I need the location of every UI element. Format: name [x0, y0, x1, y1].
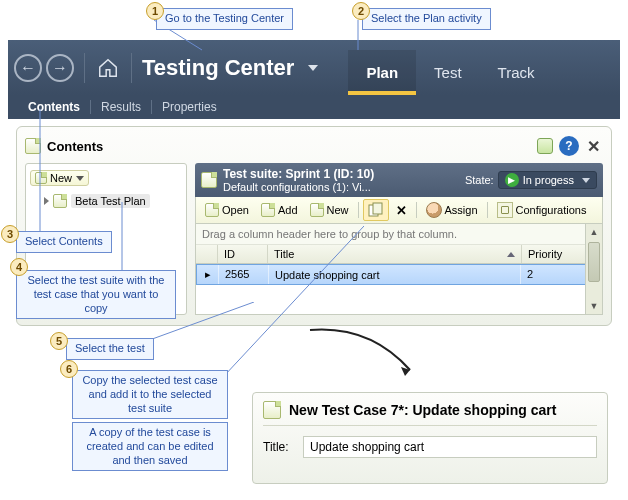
open-button[interactable]: Open [200, 200, 254, 220]
scroll-thumb[interactable] [588, 242, 600, 282]
contents-icon [25, 138, 41, 154]
copy-icon [368, 202, 384, 218]
step-badge-4: 4 [10, 258, 28, 276]
state-dropdown[interactable]: ▶ In progess [498, 171, 597, 189]
panel-header: Contents ? ✕ [25, 133, 603, 159]
suite-title: Test suite: Sprint 1 (ID: 10) [223, 167, 465, 181]
group-hint[interactable]: Drag a column header here to group by th… [196, 224, 602, 245]
home-button[interactable] [95, 55, 121, 81]
tree-new-button[interactable]: New [30, 170, 89, 186]
grid-header: ID Title Priority [196, 245, 602, 264]
test-case-grid: Drag a column header here to group by th… [195, 224, 603, 315]
scroll-down-icon[interactable]: ▼ [586, 298, 602, 314]
col-id[interactable]: ID [218, 245, 268, 263]
test-case-icon [263, 401, 281, 419]
assign-button[interactable]: Assign [421, 199, 483, 221]
tree-new-label: New [50, 172, 72, 184]
callout-3: Select Contents [16, 231, 112, 253]
cell-id: 2565 [219, 265, 269, 284]
copy-button[interactable] [363, 199, 389, 221]
back-button[interactable]: ← [14, 54, 42, 82]
state-value: In progess [523, 174, 574, 186]
tab-plan[interactable]: Plan [348, 50, 416, 95]
row-selector[interactable]: ▸ [197, 265, 219, 284]
step-badge-3: 3 [1, 225, 19, 243]
configurations-button[interactable]: Configurations [492, 199, 592, 221]
callout-7: A copy of the test case is created and c… [72, 422, 228, 471]
suite-header: Test suite: Sprint 1 (ID: 10) Default co… [195, 163, 603, 197]
suite-grid-area: Test suite: Sprint 1 (ID: 10) Default co… [195, 163, 603, 315]
col-title[interactable]: Title [268, 245, 522, 263]
cell-title: Update shopping cart [269, 265, 521, 284]
title-input[interactable]: Update shopping cart [303, 436, 597, 458]
grid-toolbar: Open Add New ✕ Assign Configurations [195, 197, 603, 224]
tree-item-beta-test-plan[interactable]: Beta Test Plan [30, 192, 182, 210]
ribbon: ← → Testing Center Plan Test Track [8, 40, 620, 95]
state-label: State: [465, 174, 494, 186]
tab-track[interactable]: Track [480, 50, 553, 95]
tree-expand-icon[interactable] [44, 197, 49, 205]
config-icon [497, 202, 513, 218]
subtab-contents[interactable]: Contents [18, 96, 90, 118]
callout-2: Select the Plan activity [362, 8, 491, 30]
suite-icon [201, 172, 217, 188]
callout-1: Go to the Testing Center [156, 8, 293, 30]
scroll-up-icon[interactable]: ▲ [586, 224, 602, 240]
step-badge-2: 2 [352, 2, 370, 20]
subtab-results[interactable]: Results [91, 96, 151, 118]
chevron-down-icon [76, 176, 84, 181]
app-title[interactable]: Testing Center [142, 55, 294, 81]
refresh-button[interactable] [535, 136, 555, 156]
suite-subtitle: Default configurations (1): Vi... [223, 181, 465, 193]
tab-test[interactable]: Test [416, 50, 480, 95]
main-tab-strip: Plan Test Track [348, 40, 552, 95]
svg-rect-3 [373, 203, 382, 214]
new-icon [35, 172, 47, 184]
sort-asc-icon [507, 252, 515, 257]
chevron-down-icon [582, 178, 590, 183]
app-title-dropdown-icon[interactable] [308, 65, 318, 71]
tree-item-label: Beta Test Plan [71, 194, 150, 208]
divider [131, 53, 132, 83]
vertical-scrollbar[interactable]: ▲ ▼ [585, 224, 602, 314]
add-icon [261, 203, 275, 217]
play-icon: ▶ [505, 173, 519, 187]
new-icon [310, 203, 324, 217]
callout-4: Select the test suite with the test case… [16, 270, 176, 319]
new-button[interactable]: New [305, 200, 354, 220]
open-icon [205, 203, 219, 217]
close-button[interactable]: ✕ [583, 136, 603, 156]
help-button[interactable]: ? [559, 136, 579, 156]
assign-icon [426, 202, 442, 218]
new-test-case-panel: New Test Case 7*: Update shopping cart T… [252, 392, 608, 484]
row-handle-header[interactable] [196, 245, 218, 263]
subtab-properties[interactable]: Properties [152, 96, 227, 118]
flow-arrow-icon [300, 320, 430, 390]
step-badge-5: 5 [50, 332, 68, 350]
add-button[interactable]: Add [256, 200, 303, 220]
callout-5: Select the test [66, 338, 154, 360]
panel-title: Contents [47, 139, 531, 154]
delete-icon: ✕ [396, 203, 407, 218]
delete-button[interactable]: ✕ [391, 200, 412, 221]
refresh-icon [537, 138, 553, 154]
new-test-case-heading: New Test Case 7*: Update shopping cart [289, 402, 556, 418]
step-badge-1: 1 [146, 2, 164, 20]
callout-6: Copy the selected test case and add it t… [72, 370, 228, 419]
title-label: Title: [263, 440, 303, 454]
plan-icon [53, 194, 67, 208]
divider [84, 53, 85, 83]
grid-row-selected[interactable]: ▸ 2565 Update shopping cart 2 [196, 264, 602, 285]
forward-button[interactable]: → [46, 54, 74, 82]
sub-tab-strip: Contents Results Properties [8, 95, 620, 119]
step-badge-6: 6 [60, 360, 78, 378]
